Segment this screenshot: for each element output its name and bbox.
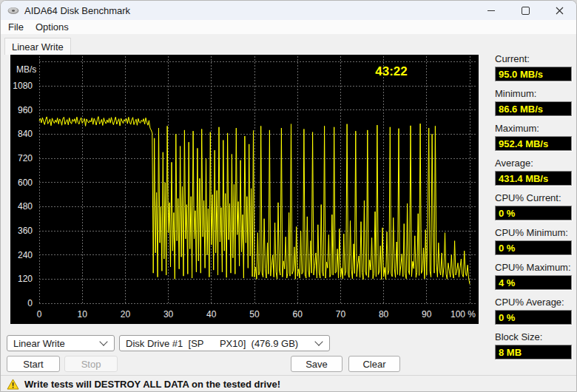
svg-text:720: 720 [18, 153, 33, 163]
app-disk-icon [7, 6, 19, 16]
svg-text:0: 0 [27, 298, 33, 308]
test-type-select[interactable]: Linear Write [7, 335, 115, 351]
stat-value-box: 86.6 MB/s [495, 101, 572, 116]
stat-value-box: 4 % [495, 275, 572, 290]
chevron-down-icon [99, 337, 107, 345]
benchmark-chart: 01202403604806007208409601080MB/s0102030… [10, 55, 479, 324]
svg-text:80: 80 [379, 309, 389, 320]
svg-text:10: 10 [78, 309, 88, 320]
save-button[interactable]: Save [291, 356, 343, 372]
stat-cpu-current: CPU% Current: 0 % [495, 192, 572, 220]
svg-text:840: 840 [18, 129, 33, 139]
stat-label: Average: [495, 158, 572, 169]
window-controls [474, 1, 576, 20]
svg-text:1080: 1080 [13, 81, 33, 91]
stat-value-box: 0 % [495, 206, 572, 220]
menu-bar: File Options [1, 20, 576, 34]
tab-linear-write[interactable]: Linear Write [4, 38, 71, 55]
clear-button[interactable]: Clear [348, 356, 400, 372]
svg-text:960: 960 [18, 105, 33, 115]
svg-text:20: 20 [121, 309, 131, 320]
stat-value-box: 95.0 MB/s [495, 67, 572, 81]
maximize-button[interactable] [508, 1, 542, 20]
warning-triangle-icon [7, 379, 19, 390]
svg-text:360: 360 [18, 226, 33, 236]
svg-text:60: 60 [293, 309, 303, 320]
maximize-icon [522, 7, 530, 15]
svg-text:480: 480 [18, 201, 33, 212]
svg-text:30: 30 [163, 309, 174, 320]
stat-maximum: Maximum: 952.4 MB/s [495, 123, 572, 151]
close-icon [556, 7, 564, 15]
stat-label: CPU% Maximum: [495, 262, 572, 273]
stat-block-size: Block Size: 8 MB [495, 331, 572, 359]
stat-label: Current: [495, 53, 572, 64]
stat-cpu-maximum: CPU% Maximum: 4 % [495, 262, 572, 290]
stat-label: Block Size: [495, 331, 572, 342]
svg-text:120: 120 [18, 274, 33, 284]
svg-text:100 %: 100 % [451, 309, 476, 320]
stat-value-box: 952.4 MB/s [495, 136, 572, 151]
warning-text: Write tests will DESTROY ALL DATA on the… [24, 379, 280, 390]
stat-label: CPU% Average: [495, 297, 572, 308]
start-button[interactable]: Start [7, 356, 60, 372]
stop-button[interactable]: Stop [64, 356, 118, 372]
svg-text:40: 40 [206, 309, 217, 320]
window-title: AIDA64 Disk Benchmark [24, 5, 130, 16]
stat-average: Average: 431.4 MB/s [495, 158, 572, 186]
stat-value-box: 431.4 MB/s [495, 171, 572, 186]
svg-text:43:22: 43:22 [375, 64, 407, 78]
benchmark-chart-panel: 01202403604806007208409601080MB/s0102030… [10, 55, 479, 324]
tab-strip: Linear Write [1, 34, 576, 55]
svg-text:0: 0 [37, 309, 42, 320]
aida64-disk-benchmark-window: AIDA64 Disk Benchmark File Options Linea… [0, 0, 577, 392]
svg-text:90: 90 [422, 309, 432, 320]
svg-text:50: 50 [249, 309, 260, 320]
svg-text:600: 600 [18, 178, 33, 188]
minimize-button[interactable] [474, 1, 508, 20]
title-bar: AIDA64 Disk Benchmark [1, 1, 576, 20]
stat-cpu-minimum: CPU% Minimum: 0 % [495, 227, 572, 255]
stat-label: CPU% Current: [495, 192, 572, 203]
stat-value-box: 0 % [495, 240, 572, 255]
stat-current: Current: 95.0 MB/s [495, 53, 572, 81]
stat-value-box: 8 MB [495, 345, 572, 359]
chevron-down-icon [314, 337, 323, 345]
stat-value-box: 0 % [495, 310, 572, 325]
stat-minimum: Minimum: 86.6 MB/s [495, 88, 572, 116]
svg-text:240: 240 [18, 250, 33, 260]
minimize-icon [487, 10, 495, 11]
close-button[interactable] [542, 1, 576, 20]
warning-bar: Write tests will DESTROY ALL DATA on the… [1, 375, 576, 392]
svg-text:MB/s: MB/s [16, 64, 36, 75]
stat-label: Maximum: [495, 123, 572, 134]
menu-file[interactable]: File [2, 21, 30, 33]
disk-drive-select[interactable]: Disk Drive #1 [SP PX10] (476.9 GB) [119, 335, 330, 351]
svg-text:70: 70 [336, 309, 346, 320]
stat-cpu-average: CPU% Average: 0 % [495, 297, 572, 325]
stats-panel: Current: 95.0 MB/s Minimum: 86.6 MB/s Ma… [495, 53, 572, 366]
stat-label: Minimum: [495, 88, 572, 99]
menu-options[interactable]: Options [30, 21, 75, 33]
stat-label: CPU% Minimum: [495, 227, 572, 238]
